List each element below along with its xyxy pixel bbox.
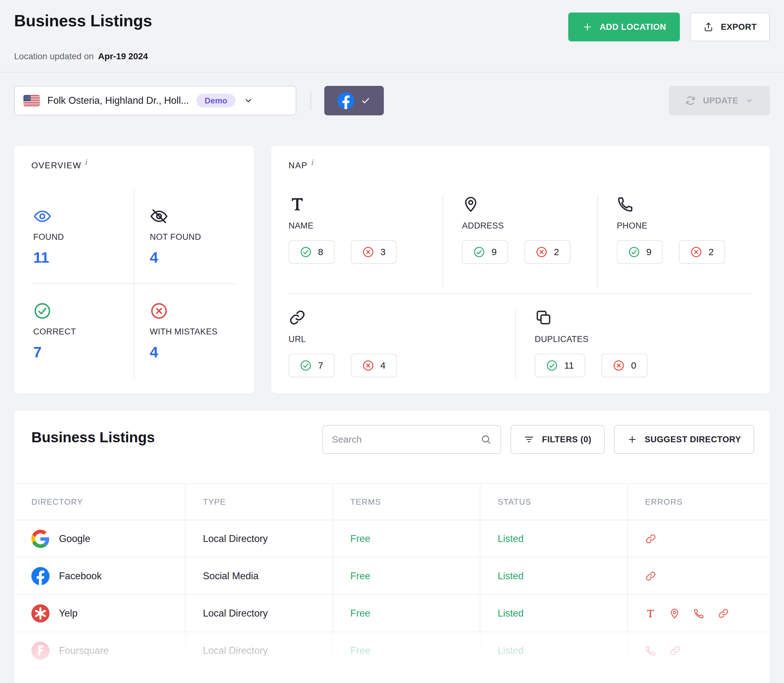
correct-count: 8 (318, 247, 323, 257)
url-error-icon[interactable] (645, 533, 656, 545)
nap-badges: 9 2 (462, 240, 570, 264)
search-icon[interactable] (480, 434, 492, 445)
mistakes-count-badge[interactable]: 4 (351, 354, 397, 377)
suggest-directory-button[interactable]: SUGGEST DIRECTORY (614, 425, 754, 454)
table-row-yelp[interactable]: Yelp Local Directory Free Listed (14, 595, 770, 632)
suggest-directory-label: SUGGEST DIRECTORY (645, 435, 741, 444)
duplicates-icon (535, 309, 552, 326)
directory-status: Listed (480, 558, 627, 594)
table-row-foursquare[interactable]: Foursquare Local Directory Free Listed (14, 632, 770, 670)
nap-card: NAPi NAME 8 3 ADDRESS (271, 146, 770, 393)
directory-errors (627, 595, 770, 632)
stat-with-mistakes: WITH MISTAKES 4 (134, 284, 237, 378)
stat-value: 4 (150, 249, 237, 266)
filters-button[interactable]: FILTERS (0) (511, 425, 605, 454)
mistakes-count: 3 (381, 247, 386, 257)
export-button[interactable]: EXPORT (690, 13, 770, 42)
url-error-icon[interactable] (670, 645, 681, 656)
name-error-icon[interactable] (645, 608, 656, 619)
url-error-icon[interactable] (718, 608, 729, 619)
update-label: UPDATE (703, 96, 739, 106)
correct-count-badge[interactable]: 11 (535, 354, 585, 377)
nap-label: DUPLICATES (535, 334, 589, 344)
check-circle-icon (300, 359, 312, 372)
directory-status: Listed (480, 595, 627, 632)
name-icon (289, 195, 306, 213)
column-directory: DIRECTORY (14, 484, 185, 520)
mistakes-count: 0 (631, 360, 636, 371)
correct-count-badge[interactable]: 9 (462, 240, 508, 264)
eye-off-icon (150, 207, 168, 225)
correct-count: 11 (564, 360, 574, 371)
correct-count: 9 (646, 247, 652, 257)
nap-row-top: NAME 8 3 ADDRESS (289, 195, 753, 289)
toolbar-divider (310, 91, 311, 110)
nap-address: ADDRESS 9 2 (443, 195, 598, 289)
phone-error-icon[interactable] (693, 608, 705, 619)
nap-title-text: NAP (289, 161, 308, 170)
directory-type: Local Directory (185, 520, 333, 557)
nap-divider (289, 293, 753, 294)
nap-card-title: NAPi (289, 161, 313, 170)
x-circle-icon (362, 246, 374, 258)
location-name: Folk Osteria, Highland Dr., Holl... (47, 95, 189, 106)
directory-type: Local Directory (185, 632, 333, 669)
directory-type: Local Directory (185, 595, 333, 632)
url-icon (289, 309, 306, 326)
nap-url: URL 7 4 (289, 309, 516, 379)
add-location-button[interactable]: ADD LOCATION (568, 13, 680, 42)
correct-count-badge[interactable]: 7 (289, 354, 335, 377)
nap-label: URL (289, 334, 306, 344)
info-icon[interactable]: i (311, 158, 313, 167)
correct-count-badge[interactable]: 8 (289, 240, 335, 264)
mistakes-count-badge[interactable]: 0 (601, 354, 647, 377)
address-error-icon[interactable] (669, 608, 680, 619)
nap-name: NAME 8 3 (289, 195, 443, 289)
update-button[interactable]: UPDATE (669, 86, 770, 115)
directory-terms: Free (333, 595, 480, 632)
add-location-label: ADD LOCATION (599, 22, 666, 32)
location-selector[interactable]: Folk Osteria, Highland Dr., Holl... Demo (14, 86, 296, 115)
filter-icon (524, 434, 534, 445)
mistakes-count-badge[interactable]: 3 (351, 240, 397, 264)
mistakes-count-badge[interactable]: 2 (679, 240, 725, 264)
nap-label: ADDRESS (462, 221, 504, 231)
listings-controls: FILTERS (0) SUGGEST DIRECTORY (322, 425, 754, 454)
filters-label: FILTERS (0) (542, 435, 591, 444)
nap-row-bottom: URL 7 4 DUPLICATES (289, 309, 753, 379)
directory-status: Listed (480, 632, 627, 669)
overview-card: OVERVIEWi FOUND 11 NOT FOUND 4 CORRECT 7… (14, 146, 254, 393)
nap-badges: 9 2 (617, 240, 725, 264)
search-input[interactable] (332, 434, 474, 445)
x-circle-icon (362, 359, 374, 372)
x-circle-icon (150, 302, 168, 320)
listings-card: Business Listings FILTERS (0) SUGGEST DI… (14, 410, 770, 683)
column-status: STATUS (480, 484, 627, 520)
phone-error-icon[interactable] (645, 645, 656, 656)
google-logo (31, 530, 50, 548)
table-row-facebook[interactable]: Facebook Social Media Free Listed (14, 558, 770, 595)
listings-table: DIRECTORY TYPE TERMS STATUS ERRORS Googl… (14, 483, 770, 670)
correct-count-badge[interactable]: 9 (617, 240, 663, 264)
stat-value: 11 (33, 249, 133, 266)
directory-terms: Free (333, 632, 480, 669)
directory-errors (627, 520, 770, 557)
directory-status: Listed (480, 520, 627, 557)
info-icon[interactable]: i (84, 158, 87, 167)
export-icon (703, 22, 714, 32)
stat-correct: CORRECT 7 (31, 284, 134, 378)
table-row-google[interactable]: Google Local Directory Free Listed (14, 520, 770, 558)
page-title: Business Listings (14, 11, 152, 30)
phone-icon (617, 195, 635, 213)
directory-terms: Free (333, 558, 480, 594)
directory-name: Google (59, 533, 90, 545)
x-circle-icon (613, 359, 625, 372)
correct-count: 9 (492, 247, 497, 257)
mistakes-count-badge[interactable]: 2 (524, 240, 570, 264)
stat-value: 7 (33, 343, 133, 361)
check-icon (361, 96, 371, 106)
facebook-channel-toggle[interactable] (324, 86, 384, 115)
nap-label: PHONE (617, 221, 647, 231)
chevron-down-icon (244, 96, 253, 105)
url-error-icon[interactable] (645, 571, 656, 582)
